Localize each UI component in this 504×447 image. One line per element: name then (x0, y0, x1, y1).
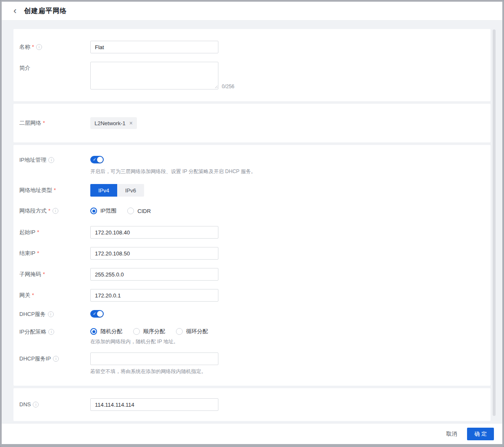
basic-info-card: 名称*i 简介 0/256 (13, 29, 491, 101)
scrollbar-thumb[interactable] (493, 29, 496, 416)
form-content: 名称*i 简介 0/256 (2, 21, 502, 421)
required-mark: * (37, 229, 39, 235)
ip-policy-row: IP分配策略i 随机分配 顺序分配 循 (19, 328, 485, 345)
dns-card: DNSi (13, 388, 491, 421)
end-ip-row: 结束IP* (19, 247, 485, 260)
dhcp-ip-row: DHCP服务IPi 若留空不填，将由系统在添加的网络段内随机指定。 (19, 352, 485, 375)
ip-policy-helper: 在添加的网络段内，随机分配 IP 地址。 (90, 338, 208, 345)
name-label: 名称*i (19, 41, 90, 53)
dns-label: DNSi (19, 398, 90, 411)
radio-cidr[interactable]: CIDR (127, 208, 151, 214)
info-icon[interactable]: i (53, 356, 59, 362)
radio-random[interactable]: 随机分配 (90, 328, 122, 335)
info-icon[interactable]: i (48, 329, 54, 335)
gateway-label: 网关* (19, 289, 90, 302)
footer: 取消 确 定 (2, 423, 502, 444)
required-mark: * (48, 208, 50, 214)
dhcp-ip-input[interactable] (90, 352, 218, 365)
ip-config-card: IP地址管理i ✓ 开启后，可为三层网络添加网络段、设置 IP 分配策略及开启 … (13, 145, 491, 386)
check-icon: ✓ (93, 311, 96, 317)
segment-mode-row: 网络段方式*i IP范围 CIDR (19, 207, 485, 215)
start-ip-row: 起始IP* (19, 226, 485, 239)
required-mark: * (37, 250, 39, 256)
addr-type-label: 网络地址类型* (19, 184, 90, 197)
addr-type-row: 网络地址类型* IPv4 IPv6 (19, 184, 485, 197)
start-ip-label: 起始IP* (19, 226, 90, 239)
description-textarea[interactable] (90, 62, 218, 89)
end-ip-input[interactable] (90, 247, 218, 260)
header: ‹ 创建扁平网络 (2, 2, 502, 21)
ip-policy-label: IP分配策略i (19, 328, 90, 345)
required-mark: * (54, 187, 56, 193)
end-ip-label: 结束IP* (19, 247, 90, 260)
required-mark: * (43, 120, 45, 126)
l2network-tag[interactable]: L2Network-1 × (90, 117, 137, 129)
radio-roundrobin[interactable]: 循环分配 (176, 328, 208, 335)
dhcp-ip-helper: 若留空不填，将由系统在添加的网络段内随机指定。 (90, 368, 218, 375)
ip-mgmt-row: IP地址管理i ✓ 开启后，可为三层网络添加网络段、设置 IP 分配策略及开启 … (19, 156, 485, 175)
info-icon[interactable]: i (48, 157, 54, 163)
required-mark: * (32, 292, 34, 298)
l2-network-card: 二层网络* L2Network-1 × (13, 104, 491, 142)
addr-type-segment: IPv4 IPv6 (90, 184, 144, 197)
radio-dot (127, 208, 134, 214)
netmask-label: 子网掩码* (19, 268, 90, 281)
radio-dot (90, 208, 97, 214)
confirm-button[interactable]: 确 定 (467, 428, 494, 440)
gateway-input[interactable] (90, 289, 218, 302)
gateway-row: 网关* (19, 289, 485, 302)
ip-mgmt-toggle[interactable]: ✓ (90, 156, 104, 163)
check-icon: ✓ (93, 157, 96, 163)
page-title: 创建扁平网络 (24, 7, 67, 16)
segment-mode-label: 网络段方式*i (19, 207, 90, 215)
required-mark: * (32, 44, 34, 50)
l2network-field-row: 二层网络* L2Network-1 × (19, 117, 485, 129)
description-field-row: 简介 0/256 (19, 62, 485, 89)
ip-mgmt-label: IP地址管理i (19, 156, 90, 175)
radio-dot (133, 328, 140, 335)
dns-row: DNSi (19, 398, 485, 411)
start-ip-input[interactable] (90, 226, 218, 239)
netmask-input[interactable] (90, 268, 218, 281)
info-icon[interactable]: i (33, 402, 39, 408)
ip-mgmt-helper: 开启后，可为三层网络添加网络段、设置 IP 分配策略及开启 DHCP 服务。 (90, 168, 256, 175)
char-counter: 0/256 (222, 84, 234, 89)
cancel-button[interactable]: 取消 (446, 430, 457, 438)
info-icon[interactable]: i (48, 311, 54, 317)
name-field-row: 名称*i (19, 41, 485, 53)
l2network-label: 二层网络* (19, 117, 90, 129)
dhcp-label: DHCP服务i (19, 310, 90, 319)
dhcp-row: DHCP服务i ✓ (19, 310, 485, 319)
create-flat-network-window: ‹ 创建扁平网络 名称*i 简介 (0, 0, 504, 447)
info-icon[interactable]: i (52, 208, 58, 214)
name-input[interactable] (90, 41, 218, 53)
segment-ipv6[interactable]: IPv6 (117, 184, 144, 197)
dhcp-ip-label: DHCP服务IPi (19, 352, 90, 375)
info-icon[interactable]: i (36, 44, 42, 50)
description-label: 简介 (19, 62, 90, 89)
back-icon[interactable]: ‹ (13, 7, 16, 15)
radio-sequential[interactable]: 顺序分配 (133, 328, 165, 335)
netmask-row: 子网掩码* (19, 268, 485, 281)
radio-dot (176, 328, 183, 335)
dns-input[interactable] (90, 398, 218, 411)
radio-ip-range[interactable]: IP范围 (90, 207, 116, 215)
dhcp-toggle[interactable]: ✓ (90, 310, 104, 318)
required-mark: * (43, 271, 45, 277)
radio-dot (90, 328, 97, 335)
tag-close-icon[interactable]: × (129, 120, 133, 126)
segment-ipv4[interactable]: IPv4 (90, 184, 117, 197)
